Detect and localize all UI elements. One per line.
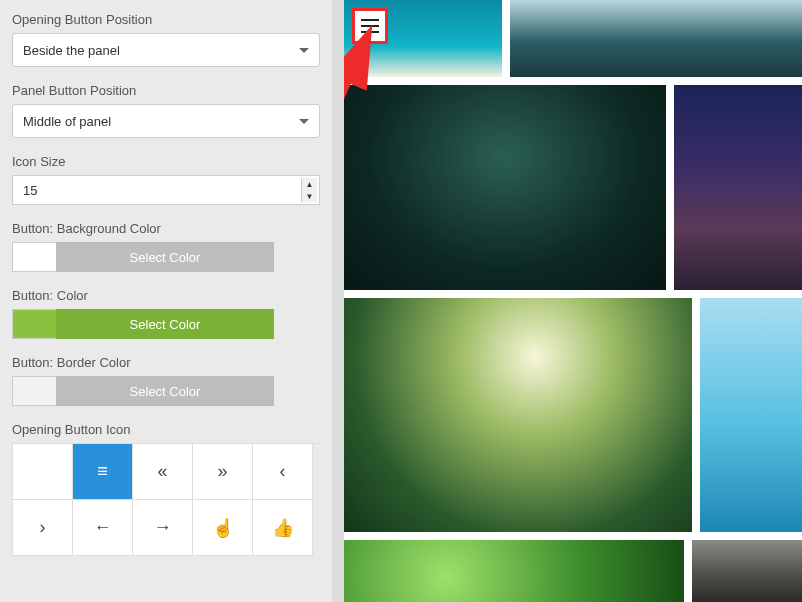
border-color-label: Button: Border Color	[12, 355, 320, 370]
hand-up-icon[interactable]: ☝	[193, 500, 253, 556]
gallery-thumb[interactable]	[674, 85, 802, 290]
icon-grid: ≡«»‹›←→☝👍	[12, 443, 320, 556]
border-color-swatch	[12, 376, 56, 406]
preview-pane	[344, 0, 802, 602]
gallery-thumb[interactable]	[344, 298, 692, 532]
icon-size-step-down[interactable]: ▼	[301, 190, 317, 202]
hamburger-icon[interactable]: ≡	[73, 444, 133, 500]
bg-color-swatch	[12, 242, 56, 272]
arrow-right-icon[interactable]: →	[133, 500, 193, 556]
bg-color-label: Button: Background Color	[12, 221, 320, 236]
opening-button-preview[interactable]	[352, 8, 388, 44]
opening-icon-label: Opening Button Icon	[12, 422, 320, 437]
bg-color-button[interactable]: Select Color	[56, 242, 274, 272]
arrow-left-icon[interactable]: ←	[73, 500, 133, 556]
single-right-icon[interactable]: ›	[13, 500, 73, 556]
gallery-thumb[interactable]	[510, 0, 802, 77]
gallery-thumb[interactable]	[700, 298, 802, 532]
panel-position-select[interactable]: Middle of panel	[12, 104, 320, 138]
single-left-icon[interactable]: ‹	[253, 444, 313, 500]
gallery-thumb[interactable]	[692, 540, 802, 602]
gallery-thumb[interactable]	[344, 540, 684, 602]
icon-size-step-up[interactable]: ▲	[301, 178, 317, 190]
double-left-icon[interactable]: «	[133, 444, 193, 500]
color-swatch	[12, 309, 56, 339]
panel-position-label: Panel Button Position	[12, 83, 320, 98]
settings-sidebar: Opening Button Position Beside the panel…	[0, 0, 332, 602]
opening-position-label: Opening Button Position	[12, 12, 320, 27]
icon-size-input[interactable]: 15 ▲ ▼	[12, 175, 320, 205]
double-right-icon[interactable]: »	[193, 444, 253, 500]
opening-position-select[interactable]: Beside the panel	[12, 33, 320, 67]
image-gallery	[344, 0, 802, 602]
icon-none[interactable]	[13, 444, 73, 500]
panel-divider[interactable]	[332, 0, 344, 602]
gallery-thumb[interactable]	[344, 85, 666, 290]
icon-size-label: Icon Size	[12, 154, 320, 169]
color-label: Button: Color	[12, 288, 320, 303]
thumb-up-icon[interactable]: 👍	[253, 500, 313, 556]
hamburger-icon	[361, 25, 379, 27]
border-color-button[interactable]: Select Color	[56, 376, 274, 406]
color-button[interactable]: Select Color	[56, 309, 274, 339]
